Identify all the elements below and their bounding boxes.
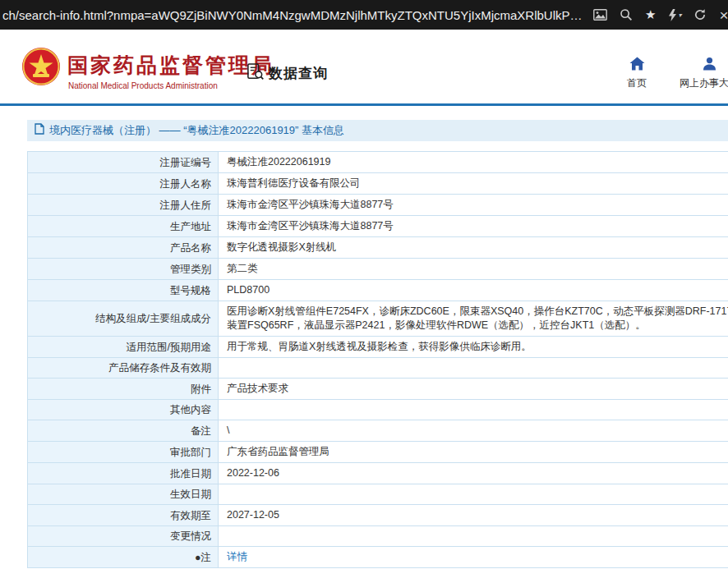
site-header: 国家药品监督管理局 National Medical Products Admi… [0,30,728,103]
registration-info-table: 注册证编号粤械注准20222061919注册人名称珠海普利德医疗设备有限公司注册… [27,151,728,568]
row-label: 结构及组成/主要组成成分 [28,301,219,337]
row-value: 2027-12-05 [219,505,728,526]
row-value: 第二类 [219,259,728,280]
row-value: 广东省药品监督管理局 [219,442,728,463]
row-label: 附件 [28,379,219,400]
browser-window: ch/search-info.html?nmpa=aWQ9ZjBiNWY0NmM… [0,0,728,569]
quick-menu-icon[interactable]: ▾ [668,9,681,21]
zoom-icon[interactable] [620,8,633,21]
nav-home-label: 首页 [627,76,647,90]
browser-address-bar: ch/search-info.html?nmpa=aWQ9ZjBiNWY0NmM… [0,0,728,30]
refresh-icon[interactable] [693,8,707,21]
table-row: 注册人名称珠海普利德医疗设备有限公司 [28,173,728,195]
row-value: 用于常规、胃肠道X射线透视及摄影检查，获得影像供临床诊断用。 [219,337,728,358]
row-label: 注册人名称 [28,173,219,195]
table-row: 产品名称数字化透视摄影X射线机 [28,237,728,259]
table-row: 注册证编号粤械注准20222061919 [28,152,728,173]
table-row: 生效日期 [28,484,728,505]
header-divider [0,103,728,106]
nmpa-emblem-logo [21,47,61,86]
nav-home[interactable]: 首页 [620,57,653,90]
table-row: 生产地址珠海市金湾区平沙镇珠海大道8877号 [28,216,728,237]
row-value [219,400,728,420]
close-icon[interactable]: × [719,7,728,23]
nav-online-hall-label: 网上办事大厅 [680,76,728,90]
row-label: 管理类别 [28,259,219,280]
row-label: 生产地址 [28,216,219,237]
org-name-cn: 国家药品监督管理局 [67,52,274,79]
row-value: 数字化透视摄影X射线机 [219,237,728,259]
data-query-label: 数据查询 [269,64,328,83]
table-row: 其他内容 [28,400,728,420]
image-icon[interactable] [593,9,607,21]
row-label: 适用范围/预期用途 [28,337,219,358]
row-label: 产品名称 [28,237,219,259]
table-row: 适用范围/预期用途用于常规、胃肠道X射线透视及摄影检查，获得影像供临床诊断用。 [28,337,728,358]
person-icon [703,57,716,74]
row-label: 注册证编号 [28,152,219,173]
breadcrumb-text: 境内医疗器械（注册） —— “粤械注准20222061919” 基本信息 [49,123,344,138]
table-row: 附件产品技术要求 [28,379,728,400]
row-value: 产品技术要求 [219,379,728,400]
table-row: 型号规格PLD8700 [28,280,728,301]
row-value: 珠海市金湾区平沙镇珠海大道8877号 [219,195,728,216]
row-label: 型号规格 [28,280,219,301]
row-value: 2022-12-06 [219,463,728,484]
favorites-star-icon[interactable]: ★ [645,7,656,22]
data-query-link[interactable]: 数据查询 [246,62,328,85]
row-label: 审批部门 [28,442,219,463]
row-label: 备注 [28,420,219,442]
row-label: 注册人住所 [28,195,219,216]
table-row: 备注\ [28,420,728,442]
row-value: 珠海市金湾区平沙镇珠海大道8877号 [219,216,728,237]
table-row: 批准日期2022-12-06 [28,463,728,484]
org-name-en: National Medical Products Administration [68,81,218,90]
row-label: 批准日期 [28,463,219,484]
row-value: PLD8700 [219,280,728,301]
nav-online-hall[interactable]: 网上办事大厅 [672,57,728,90]
row-value: 粤械注准20222061919 [219,152,728,173]
row-label: 产品储存条件及有效期 [28,358,219,379]
table-row: 产品储存条件及有效期 [28,358,728,379]
table-row: 管理类别第二类 [28,259,728,280]
table-row: 注册人住所珠海市金湾区平沙镇珠海大道8877号 [28,195,728,216]
table-row: 变更情况 [28,526,728,547]
row-label: ●注 [28,547,219,568]
row-value: 珠海普利德医疗设备有限公司 [219,173,728,195]
row-value: 详情 [219,547,728,568]
url-input[interactable]: ch/search-info.html?nmpa=aWQ9ZjBiNWY0NmM… [0,8,587,22]
row-label: 变更情况 [28,526,219,547]
row-value: 医用诊断X射线管组件E7254FX，诊断床ZDC60E，限束器XSQ40，操作台… [219,301,728,337]
row-value: \ [219,420,728,442]
home-icon [629,57,645,74]
table-row: 有效期至2027-12-05 [28,505,728,526]
info-table-body: 注册证编号粤械注准20222061919注册人名称珠海普利德医疗设备有限公司注册… [28,152,728,568]
document-icon [35,123,44,138]
table-row: ●注详情 [28,547,728,568]
row-value [219,358,728,379]
table-row: 结构及组成/主要组成成分医用诊断X射线管组件E7254FX，诊断床ZDC60E，… [28,301,728,337]
table-row: 审批部门广东省药品监督管理局 [28,442,728,463]
browser-toolbar-icons: ★ ▾ × [593,7,728,23]
row-label: 生效日期 [28,484,219,505]
row-value [219,526,728,547]
breadcrumb: 境内医疗器械（注册） —— “粤械注准20222061919” 基本信息 [27,120,728,141]
data-query-icon [246,62,265,85]
row-label: 有效期至 [28,505,219,526]
row-label: 其他内容 [28,400,219,420]
row-value [219,484,728,505]
detail-link[interactable]: 详情 [227,551,247,562]
